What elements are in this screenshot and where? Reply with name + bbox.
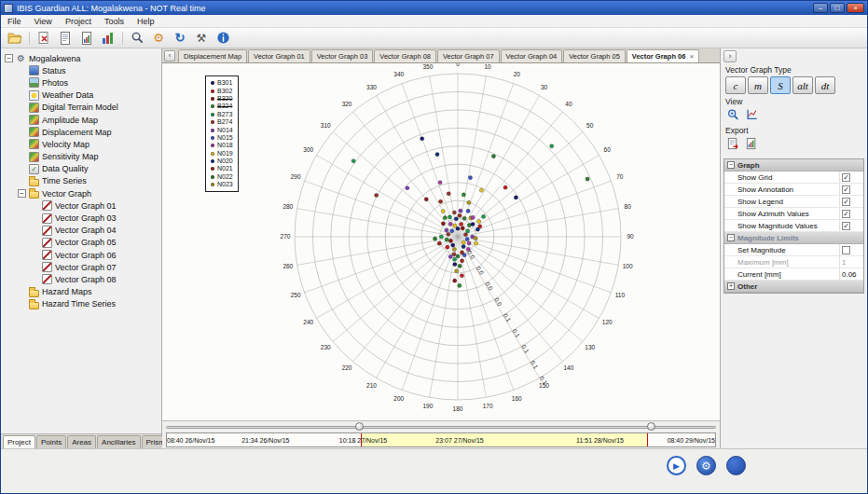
- tree-item-label: Sensitivity Map: [42, 152, 99, 161]
- section-expander-icon[interactable]: −: [727, 161, 735, 169]
- sidebar-tab-project[interactable]: Project: [3, 435, 35, 448]
- tree-item-velocity-map[interactable]: Velocity Map: [1, 138, 161, 150]
- tree-item-vector-graph-01[interactable]: Vector Graph 01: [1, 199, 161, 212]
- property-show-azimuth-values: Show Azimuth Values✓: [724, 208, 863, 220]
- menu-item-view[interactable]: View: [28, 17, 59, 26]
- tab-vector-graph-01[interactable]: Vector Graph 01: [248, 49, 310, 62]
- timeline-slider[interactable]: [162, 421, 720, 432]
- tab-close-icon[interactable]: ×: [689, 52, 694, 61]
- tree-item-vector-graph-04[interactable]: Vector Graph 04: [1, 225, 161, 237]
- tree-item-digital-terrain-model[interactable]: Digital Terrain Model: [1, 102, 161, 114]
- tab-vector-graph-04[interactable]: Vector Graph 04: [501, 49, 563, 62]
- tree-item-time-series[interactable]: Time Series: [1, 175, 161, 187]
- tab-vector-graph-05[interactable]: Vector Graph 05: [563, 49, 626, 62]
- tab-displacement-map[interactable]: Displacement Map: [178, 49, 247, 62]
- tree-item-vector-graph-08[interactable]: Vector Graph 08: [1, 273, 161, 285]
- graph-type-alt-button[interactable]: alt: [792, 76, 813, 94]
- tree-item-hazard-maps[interactable]: Hazard Maps: [1, 286, 161, 298]
- property-label: Set Magnitude: [724, 246, 839, 254]
- info-icon[interactable]: [214, 30, 232, 47]
- document-icon[interactable]: [56, 30, 75, 47]
- slider-handle-end[interactable]: [647, 422, 655, 431]
- tree-item-data-quality[interactable]: Data Quality: [1, 163, 161, 175]
- export-report-icon[interactable]: [745, 137, 759, 153]
- tree-item-vector-graph-07[interactable]: Vector Graph 07: [1, 261, 161, 273]
- checkbox-show-magnitude-values[interactable]: ✓: [842, 222, 850, 230]
- tree-item-vector-graph-05[interactable]: Vector Graph 05: [1, 237, 161, 249]
- section-expander-icon[interactable]: −: [727, 234, 735, 241]
- settings-button[interactable]: ⚙: [696, 456, 716, 475]
- checkbox-show-annotation[interactable]: ✓: [842, 185, 850, 194]
- property-label: Current [mm]: [724, 270, 839, 279]
- menu-item-file[interactable]: File: [1, 17, 28, 26]
- gear-icon[interactable]: ⚙: [149, 30, 168, 47]
- tree-expander-icon[interactable]: −: [18, 189, 26, 198]
- collapse-right-panel-button[interactable]: ›: [723, 50, 737, 62]
- checkbox-show-azimuth-values[interactable]: ✓: [842, 210, 850, 218]
- tree-item-vector-graph-03[interactable]: Vector Graph 03: [1, 212, 161, 224]
- report-icon[interactable]: [77, 30, 96, 47]
- zoom-fit-icon[interactable]: [726, 108, 740, 123]
- tree-item-weather-data[interactable]: Weather Data: [1, 89, 161, 102]
- delete-icon[interactable]: [34, 30, 53, 47]
- export-image-icon[interactable]: [726, 137, 740, 153]
- graph-type-c-button[interactable]: c: [725, 76, 746, 94]
- graph-type-m-button[interactable]: m: [748, 76, 768, 94]
- export-icons: [726, 137, 864, 153]
- sidebar-tab-ancillaries[interactable]: Ancillaries: [97, 435, 140, 448]
- slider-handle-start[interactable]: [355, 422, 364, 431]
- record-circle-button[interactable]: [726, 456, 746, 475]
- checkbox-show-legend[interactable]: ✓: [842, 198, 850, 206]
- axes-icon[interactable]: [745, 108, 759, 123]
- tree-item-mogalakwena[interactable]: −Mogalakwena: [1, 52, 161, 64]
- property-value-cell: 1: [839, 256, 863, 268]
- legend-item: B320: [211, 95, 233, 103]
- quality-icon: [29, 164, 39, 174]
- tools-icon[interactable]: ⚒: [192, 30, 211, 47]
- refresh-icon[interactable]: ↻: [171, 30, 189, 47]
- app-window: IBIS Guardian ALL: Mogalakwena - NOT Rea…: [0, 0, 868, 494]
- tree-item-sensitivity-map[interactable]: Sensitivity Map: [1, 151, 161, 163]
- close-button[interactable]: ×: [847, 3, 864, 13]
- menu-item-project[interactable]: Project: [59, 17, 98, 26]
- tab-vector-graph-03[interactable]: Vector Graph 03: [311, 49, 374, 62]
- section-other[interactable]: +Other: [724, 281, 863, 293]
- section-magnitude-limits[interactable]: −Magnitude Limits: [724, 232, 863, 244]
- tree-item-displacement-map[interactable]: Displacement Map: [1, 126, 161, 138]
- tree-item-vector-graph-06[interactable]: Vector Graph 06: [1, 249, 161, 261]
- legend-marker: [211, 120, 214, 124]
- section-graph[interactable]: −Graph: [724, 159, 863, 172]
- sidebar-tab-points[interactable]: Points: [36, 435, 66, 448]
- checkbox-show-grid[interactable]: ✓: [842, 173, 850, 182]
- menu-item-help[interactable]: Help: [131, 17, 161, 26]
- slider-groove: [166, 426, 716, 429]
- tree-item-photos[interactable]: Photos: [1, 76, 161, 89]
- tree-item-label: Vector Graph 04: [55, 226, 117, 235]
- vgraph-icon: [42, 262, 52, 272]
- tree-item-hazard-time-series[interactable]: Hazard Time Series: [1, 298, 161, 310]
- search-icon[interactable]: [128, 30, 146, 47]
- tree-item-status[interactable]: Status: [1, 64, 161, 76]
- section-expander-icon[interactable]: +: [727, 282, 735, 290]
- open-folder-icon[interactable]: [6, 30, 24, 47]
- tree-item-amplitude-map[interactable]: Amplitude Map: [1, 114, 161, 126]
- vector-graph-chart[interactable]: 0102030405060708090100110120130140150160…: [162, 63, 720, 420]
- property-label: Show Grid: [724, 173, 839, 182]
- checkbox-set-magnitude[interactable]: [842, 246, 850, 254]
- play-button[interactable]: ▶: [667, 456, 686, 475]
- maximize-button[interactable]: □: [830, 3, 845, 13]
- tab-vector-graph-06[interactable]: Vector Graph 06×: [627, 49, 699, 62]
- histogram-icon[interactable]: [99, 30, 117, 47]
- tree-item-vector-graph[interactable]: −Vector Graph: [1, 187, 161, 199]
- sidebar-tab-areas[interactable]: Areas: [67, 435, 96, 448]
- menu-item-tools[interactable]: Tools: [98, 17, 131, 26]
- weather-icon: [29, 90, 39, 101]
- graph-type-s-button[interactable]: S: [770, 76, 791, 94]
- tab-vector-graph-08[interactable]: Vector Graph 08: [374, 49, 436, 62]
- graph-type-dt-button[interactable]: dt: [815, 76, 835, 94]
- tab-vector-graph-07[interactable]: Vector Graph 07: [437, 49, 500, 62]
- minimize-button[interactable]: –: [813, 3, 828, 13]
- tree-expander-icon[interactable]: −: [5, 54, 13, 62]
- tree-item-label: Mogalakwena: [29, 54, 81, 63]
- collapse-left-panel-button[interactable]: ‹: [164, 50, 175, 62]
